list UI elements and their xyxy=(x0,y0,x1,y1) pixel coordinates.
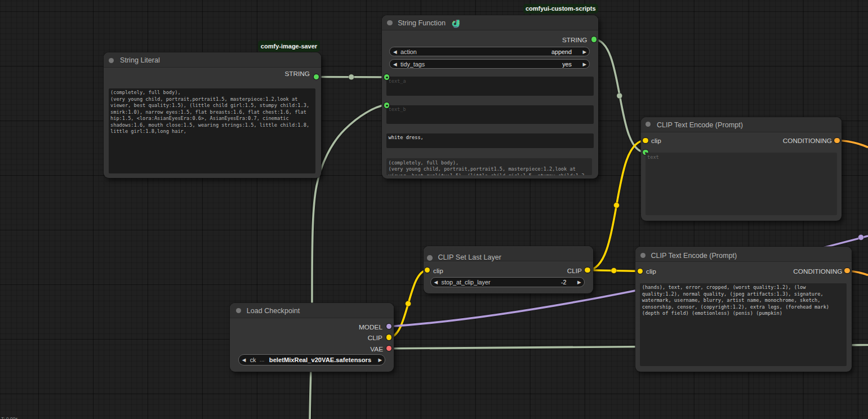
decrement-arrow-icon[interactable]: ◀ xyxy=(242,357,246,363)
output-slot-conditioning[interactable] xyxy=(834,138,839,143)
input-slot-clip[interactable] xyxy=(638,269,643,274)
prompt-textarea[interactable] xyxy=(646,153,837,215)
output-label-clip: CLIP xyxy=(368,334,382,342)
node-title: CLIP Text Encode (Prompt) xyxy=(651,252,737,260)
output-slot-vae[interactable] xyxy=(386,346,391,351)
link-dot[interactable] xyxy=(406,301,411,306)
input-slot-text-b[interactable] xyxy=(384,102,389,108)
result-textarea[interactable]: (completely, full body), (very young chi… xyxy=(386,158,592,175)
node-title: String Literal xyxy=(120,56,160,64)
comfyui-canvas[interactable]: { "canvas": { "status_text": "T: 0.00s" … xyxy=(0,0,868,419)
node-clip-text-encode-negative[interactable]: CLIP Text Encode (Prompt) clip CONDITION… xyxy=(635,247,852,372)
increment-arrow-icon[interactable]: ▶ xyxy=(582,61,586,66)
text-c-textarea[interactable]: white dress, xyxy=(386,133,594,149)
input-slot-clip[interactable] xyxy=(643,138,648,143)
output-slot-model[interactable] xyxy=(386,324,391,329)
output-label-conditioning: CONDITIONING xyxy=(783,137,832,145)
widget-name: stop_at_clip_layer xyxy=(442,279,491,286)
widget-action[interactable]: ◀ action append ▶ xyxy=(389,47,590,56)
output-label-string: STRING xyxy=(562,36,587,44)
output-slot-conditioning[interactable] xyxy=(844,268,849,273)
badge-comfy-image-saver: comfy-image-saver xyxy=(258,41,320,52)
collapse-dot-icon[interactable] xyxy=(387,20,392,25)
output-slot-string[interactable] xyxy=(591,37,597,42)
render-time-status: T: 0.00s xyxy=(1,416,18,419)
decrement-arrow-icon[interactable]: ◀ xyxy=(393,48,397,54)
output-slot-clip[interactable] xyxy=(585,268,590,273)
widget-name: ck xyxy=(250,356,256,363)
badge-comfyui-custom-scripts: comfyui-custom-scripts xyxy=(523,4,599,14)
node-title: Load Checkpoint xyxy=(247,307,300,315)
link-dot[interactable] xyxy=(614,203,620,208)
widget-name: tidy_tags xyxy=(400,61,425,68)
node-string-literal[interactable]: String Literal STRING (completely, full … xyxy=(104,52,321,178)
collapse-dot-icon[interactable] xyxy=(427,255,432,260)
pysssss-snake-icon xyxy=(452,19,460,28)
widget-name: action xyxy=(400,48,417,55)
widget-value: beletMixReal_v20VAE.safetensors xyxy=(269,356,371,363)
increment-arrow-icon[interactable]: ▶ xyxy=(379,357,382,363)
widget-value: append xyxy=(551,48,572,55)
decrement-arrow-icon[interactable]: ◀ xyxy=(393,61,397,66)
link-offscreen-to-text-b xyxy=(310,105,386,419)
widget-value: -2 xyxy=(561,279,567,286)
node-clip-text-encode-positive[interactable]: CLIP Text Encode (Prompt) clip CONDITION… xyxy=(641,117,842,221)
widget-tidy-tags[interactable]: ◀ tidy_tags yes ▶ xyxy=(389,59,590,69)
link-dot[interactable] xyxy=(617,93,622,99)
node-load-checkpoint[interactable]: Load Checkpoint MODEL CLIP VAE ◀ ck ... … xyxy=(230,303,394,372)
string-literal-textarea[interactable]: (completely, full body), (very young chi… xyxy=(109,88,316,174)
output-label-string: STRING xyxy=(284,70,310,78)
node-clip-set-last-layer[interactable]: CLIP Set Last Layer clip CLIP ◀ stop_at_… xyxy=(424,246,593,293)
text-b-textarea[interactable] xyxy=(386,105,594,124)
input-label-clip: clip xyxy=(651,137,661,145)
link-dot[interactable] xyxy=(858,235,864,240)
output-slot-clip[interactable] xyxy=(386,335,391,340)
increment-arrow-icon[interactable]: ▶ xyxy=(577,279,581,284)
widget-ellipsis: ... xyxy=(260,356,265,363)
output-label-clip: CLIP xyxy=(567,267,582,275)
node-string-function[interactable]: String Function STRING ◀ action append ▶… xyxy=(382,15,598,179)
link-dot[interactable] xyxy=(349,74,354,80)
node-title: CLIP Text Encode (Prompt) xyxy=(657,121,743,129)
widget-value: yes xyxy=(562,61,572,68)
input-label-clip: clip xyxy=(433,267,443,275)
link-dot[interactable] xyxy=(611,268,617,274)
collapse-dot-icon[interactable] xyxy=(646,122,651,127)
decrement-arrow-icon[interactable]: ◀ xyxy=(434,279,438,284)
output-slot-string[interactable] xyxy=(314,74,319,79)
node-title: CLIP Set Last Layer xyxy=(438,253,501,261)
input-label-clip: clip xyxy=(646,268,656,275)
output-label-conditioning: CONDITIONING xyxy=(793,268,842,275)
text-a-textarea[interactable] xyxy=(386,77,594,96)
widget-ckpt-name[interactable]: ◀ ck ... beletMixReal_v20VAE.safetensors… xyxy=(238,354,386,365)
node-title: String Function xyxy=(398,19,446,27)
increment-arrow-icon[interactable]: ▶ xyxy=(582,48,586,54)
output-label-model: MODEL xyxy=(359,323,382,331)
output-label-vae: VAE xyxy=(370,345,383,353)
input-slot-clip[interactable] xyxy=(425,268,430,273)
widget-stop-at-clip-layer[interactable]: ◀ stop_at_clip_layer -2 ▶ xyxy=(430,277,585,287)
negative-prompt-textarea[interactable]: (hands), text, error, cropped, (worst qu… xyxy=(640,283,847,367)
input-slot-text-a[interactable] xyxy=(384,74,389,79)
